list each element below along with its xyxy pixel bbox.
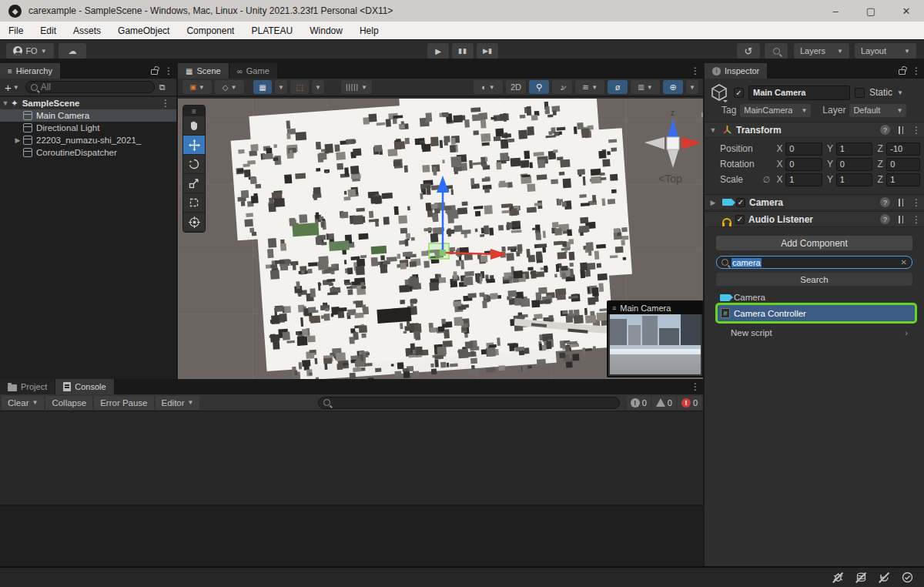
kebab-menu-icon[interactable]: ⋮ (912, 65, 921, 76)
effects-dropdown[interactable]: ≋ ▼ (575, 80, 604, 94)
hierarchy-item-coroutine-dispatcher[interactable]: CoroutineDispatcher (0, 146, 176, 159)
help-icon[interactable]: ? (880, 214, 890, 224)
scene-audio-toggle[interactable]: ♪̷ (552, 80, 572, 94)
chevron-down-icon[interactable]: ▼ (13, 84, 19, 91)
console-tab[interactable]: Console (55, 379, 114, 394)
drag-handle-icon[interactable]: ≡ (612, 304, 616, 312)
hidden-objects-toggle[interactable]: ø (608, 80, 628, 94)
snap-dropdown[interactable]: ▼ (312, 80, 324, 94)
console-log-list[interactable] (0, 411, 703, 505)
hierarchy-item-directional-light[interactable]: Directional Light (0, 122, 176, 134)
position-y-field[interactable] (836, 143, 873, 156)
orientation-label[interactable]: <Top (658, 173, 682, 185)
shading-mode-dropdown[interactable]: ◐ ▼ (474, 80, 503, 94)
game-tab[interactable]: ∞ Game (229, 63, 278, 79)
cache-server-disconnected-icon[interactable] (855, 572, 867, 584)
add-component-button[interactable]: Add Component (716, 236, 912, 250)
gameobject-cube-icon[interactable] (709, 82, 729, 102)
kebab-menu-icon[interactable]: ⋮ (912, 197, 921, 208)
rotation-x-field[interactable] (785, 158, 822, 171)
result-camera-controller[interactable]: # Camera Controller (718, 305, 915, 321)
cloud-services-button[interactable]: ☁ (59, 43, 86, 59)
scale-z-field[interactable] (886, 173, 920, 186)
lock-icon[interactable] (151, 69, 158, 75)
menu-plateau[interactable]: PLATEAU (243, 22, 301, 40)
undo-history-button[interactable]: ↺ (737, 43, 760, 59)
active-checkbox[interactable]: ✓ (734, 88, 744, 98)
snap-increment-dropdown[interactable]: ||||| ▼ (341, 80, 372, 94)
scene-picker-icon[interactable]: ⧉ (159, 82, 166, 92)
object-name-field[interactable]: Main Camera (748, 86, 850, 100)
component-search-field[interactable]: camera ✕ (716, 256, 912, 269)
console-search-field[interactable] (318, 397, 620, 409)
scale-tool-button[interactable] (183, 174, 205, 193)
2d-toggle[interactable]: 2D (506, 80, 526, 94)
tool-handle-rotation-dropdown[interactable]: ◇ ▼ (215, 80, 244, 94)
kebab-menu-icon[interactable]: ⋮ (691, 381, 700, 392)
tag-dropdown[interactable]: MainCamera ▼ (740, 104, 811, 117)
gizmos-dropdown[interactable]: ▼ (686, 80, 698, 94)
menu-component[interactable]: Component (178, 22, 243, 40)
create-object-button[interactable]: + (5, 81, 12, 94)
hierarchy-item-plateau-city[interactable]: ▶ 22203_numazu-shi_2021_ (0, 134, 176, 146)
position-z-field[interactable] (886, 143, 920, 156)
kebab-menu-icon[interactable]: ⋮ (912, 214, 921, 225)
rotation-z-field[interactable] (886, 158, 920, 171)
grid-visibility-dropdown[interactable]: ▼ (275, 80, 287, 94)
menu-edit[interactable]: Edit (32, 22, 65, 40)
scene-viewport[interactable]: z x <Top ≡ (178, 99, 703, 379)
constrain-proportions-icon[interactable]: ∅ (763, 175, 777, 185)
camera-overlay-dropdown[interactable]: ▥ ▼ (631, 80, 660, 94)
camera-enabled-checkbox[interactable]: ✓ (736, 198, 745, 207)
menu-window[interactable]: Window (301, 22, 351, 40)
camera-component-header[interactable]: ▶ ✓ Camera ? ⋮ (705, 194, 924, 210)
background-activity-icon[interactable] (901, 572, 913, 584)
minimize-button[interactable]: – (818, 0, 853, 22)
layout-dropdown[interactable]: Layout ▼ (855, 43, 916, 59)
position-x-field[interactable] (785, 143, 822, 156)
kebab-menu-icon[interactable]: ⋮ (912, 125, 921, 136)
foldout-closed-icon[interactable]: ▶ (12, 136, 23, 144)
move-tool-button[interactable] (183, 136, 205, 155)
scene-tab[interactable]: ▦ Scene (178, 63, 229, 79)
foldout-open-icon[interactable]: ▼ (0, 99, 11, 107)
hand-tool-button[interactable] (183, 116, 205, 136)
collapse-button[interactable]: Collapse (45, 396, 92, 410)
auto-refresh-disabled-icon[interactable] (878, 572, 890, 584)
help-icon[interactable]: ? (880, 197, 890, 207)
lock-icon[interactable] (899, 69, 906, 75)
kebab-menu-icon[interactable]: ⋮ (161, 98, 170, 109)
kebab-menu-icon[interactable]: ⋮ (164, 65, 173, 76)
close-button[interactable]: ✕ (889, 0, 924, 22)
tool-strip-handle[interactable]: ≡ (183, 106, 205, 116)
result-camera[interactable]: Camera (720, 290, 912, 305)
debugger-detached-icon[interactable] (832, 572, 844, 584)
static-checkbox[interactable] (855, 88, 865, 98)
error-count-toggle[interactable]: ! 0 (678, 396, 701, 410)
pause-button[interactable]: ▮▮ (452, 43, 474, 59)
grid-visibility-toggle[interactable]: ▦ (253, 80, 272, 94)
audio-listener-enabled-checkbox[interactable]: ✓ (735, 215, 745, 224)
scene-lighting-toggle[interactable]: ⚲ (529, 80, 549, 94)
error-pause-button[interactable]: Error Pause (94, 396, 153, 410)
snap-toggle[interactable]: ⬚ (290, 80, 309, 94)
result-new-script[interactable]: New script › (720, 325, 912, 340)
foldout-closed-icon[interactable]: ▶ (708, 199, 718, 206)
audio-listener-header[interactable]: ✓ Audio Listener ? ⋮ (705, 211, 924, 227)
orientation-gizmo[interactable]: z x <Top (637, 106, 703, 186)
presets-icon[interactable] (896, 216, 906, 223)
info-count-toggle[interactable]: ! 0 (627, 396, 651, 410)
presets-icon[interactable] (896, 126, 906, 134)
transform-header[interactable]: ▼ Transform ? ⋮ (705, 122, 924, 138)
scale-x-field[interactable] (785, 173, 822, 186)
scale-y-field[interactable] (836, 173, 873, 186)
hierarchy-scene-row[interactable]: ▼ ✦ SampleScene ⋮ (0, 97, 176, 109)
menu-file[interactable]: File (0, 22, 32, 40)
inspector-tab[interactable]: i Inspector (705, 63, 768, 79)
hierarchy-tab[interactable]: ≡ Hierarchy (0, 63, 61, 79)
layers-dropdown[interactable]: Layers ▼ (794, 43, 849, 59)
menu-assets[interactable]: Assets (65, 22, 109, 40)
account-button[interactable]: FO ▼ (6, 43, 54, 59)
help-icon[interactable]: ? (880, 125, 890, 135)
project-tab[interactable]: Project (0, 379, 55, 394)
